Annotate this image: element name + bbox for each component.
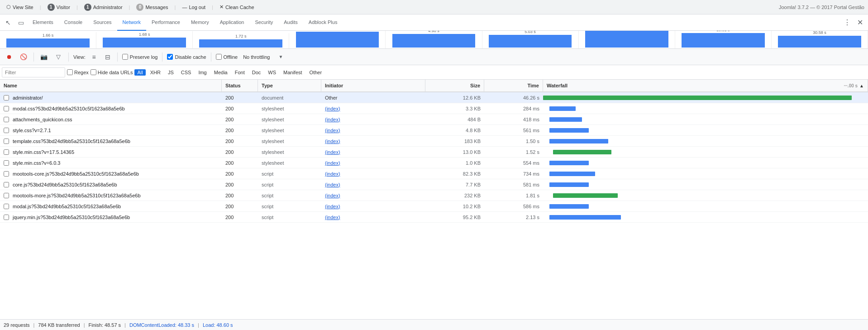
th-size[interactable]: Size — [425, 80, 484, 91]
th-time[interactable]: Time — [484, 80, 543, 91]
row-initiator-4[interactable]: (index) — [321, 136, 425, 146]
tab-application[interactable]: Application — [215, 14, 250, 31]
row-checkbox-11[interactable] — [4, 215, 9, 220]
table-row[interactable]: style.min.css?v=17.5.14365200stylesheet(… — [0, 147, 868, 158]
table-row[interactable]: modal.js?53bd24d9bb5a25310c5f1623a68a5e6… — [0, 201, 868, 212]
row-initiator-11[interactable]: (index) — [321, 212, 425, 222]
messages-button[interactable]: 0 Messages — [134, 3, 171, 12]
row-checkbox-7[interactable] — [4, 171, 9, 177]
row-initiator-7[interactable]: (index) — [321, 168, 425, 179]
devtools-more-button[interactable]: ⋮ — [841, 16, 854, 29]
clean-cache-button[interactable]: ✕ Clean Cache — [217, 3, 257, 11]
tab-security[interactable]: Security — [249, 14, 278, 31]
filter-type-font[interactable]: Font — [232, 69, 248, 76]
logout-button[interactable]: — Log out — [179, 4, 208, 11]
tab-elements[interactable]: Elements — [27, 14, 59, 31]
tab-performance[interactable]: Performance — [146, 14, 186, 31]
status-load[interactable]: Load: 48.60 s — [203, 322, 233, 328]
row-checkbox-9[interactable] — [4, 193, 9, 198]
row-initiator-5[interactable]: (index) — [321, 147, 425, 157]
row-checkbox-6[interactable] — [4, 160, 9, 166]
timeline-item-7[interactable]: 18.31 s — [675, 31, 772, 48]
preserve-log-label[interactable]: Preserve log — [122, 54, 158, 60]
row-checkbox-5[interactable] — [4, 149, 9, 155]
filter-type-js[interactable]: JS — [165, 69, 176, 76]
filter-type-manifest[interactable]: Manifest — [281, 69, 305, 76]
devtools-close-button[interactable]: ✕ — [854, 16, 866, 29]
row-initiator-8[interactable]: (index) — [321, 179, 425, 190]
th-name[interactable]: Name — [0, 80, 222, 91]
th-initiator[interactable]: Initiator — [321, 80, 425, 91]
filter-type-media[interactable]: Media — [211, 69, 230, 76]
row-checkbox-4[interactable] — [4, 139, 9, 144]
timeline-item-4[interactable]: 4.98 s — [386, 31, 482, 48]
view-site-button[interactable]: ⬡ View Site — [4, 3, 36, 11]
hide-data-urls-checkbox[interactable] — [91, 69, 96, 75]
row-checkbox-8[interactable] — [4, 182, 9, 187]
row-checkbox-3[interactable] — [4, 128, 9, 133]
filter-type-doc[interactable]: Doc — [249, 69, 264, 76]
row-initiator-3[interactable]: (index) — [321, 125, 425, 135]
row-initiator-1[interactable]: (index) — [321, 103, 425, 114]
th-waterfall[interactable]: Waterfall ···.00 s ▲ — [543, 80, 868, 91]
view-large-button[interactable]: ⊟ — [103, 52, 113, 62]
row-initiator-6[interactable]: (index) — [321, 158, 425, 168]
row-initiator-9[interactable]: (index) — [321, 190, 425, 201]
table-row[interactable]: jquery.min.js?53bd24d9bb5a25310c5f1623a6… — [0, 212, 868, 223]
regex-checkbox[interactable] — [67, 69, 73, 75]
timeline-item-6[interactable]: 10.65 s — [579, 31, 675, 48]
th-type[interactable]: Type — [258, 80, 321, 91]
timeline-item-3[interactable]: 4.95 s — [289, 31, 386, 48]
offline-checkbox[interactable] — [216, 54, 222, 60]
table-row[interactable]: modal.css?53bd24d9bb5a25310c5f1623a68a5e… — [0, 103, 868, 114]
regex-label[interactable]: Regex — [67, 69, 89, 75]
filter-type-all[interactable]: All — [134, 69, 145, 76]
devtools-cursor-icon[interactable]: ↖ — [2, 16, 14, 29]
timeline-item-5[interactable]: 5.03 s — [482, 31, 579, 48]
timeline-item-8[interactable]: 30.58 s — [772, 31, 868, 48]
disable-cache-checkbox[interactable] — [167, 54, 173, 60]
tab-audits[interactable]: Audits — [278, 14, 303, 31]
filter-button[interactable]: ▽ — [53, 52, 64, 62]
record-button[interactable]: ⏺ — [4, 52, 14, 62]
timeline-item-2[interactable]: 1.72 s — [193, 33, 289, 48]
table-row[interactable]: core.js?53bd24d9bb5a25310c5f1623a68a5e6b… — [0, 179, 868, 190]
table-row[interactable]: template.css?53bd24d9bb5a25310c5f1623a68… — [0, 136, 868, 147]
visitor-button[interactable]: 1 Visitor — [45, 3, 73, 12]
table-row[interactable]: style.css?v=2.7.1200stylesheet(index)4.8… — [0, 125, 868, 136]
filter-type-xhr[interactable]: XHR — [148, 69, 163, 76]
tab-adblock[interactable]: Adblock Plus — [303, 14, 343, 31]
preserve-log-checkbox[interactable] — [122, 54, 128, 60]
offline-label[interactable]: Offline — [216, 54, 238, 60]
row-initiator-10[interactable]: (index) — [321, 201, 425, 211]
view-list-button[interactable]: ≡ — [89, 52, 99, 62]
tab-console[interactable]: Console — [59, 14, 88, 31]
th-status[interactable]: Status — [222, 80, 258, 91]
table-container[interactable]: administrator/200documentOther12.6 KB46.… — [0, 92, 868, 330]
filter-type-ws[interactable]: WS — [265, 69, 279, 76]
table-row[interactable]: mootools-more.js?53bd24d9bb5a25310c5f162… — [0, 190, 868, 201]
capture-screenshots-button[interactable]: 📷 — [38, 52, 49, 62]
row-checkbox-1[interactable] — [4, 106, 9, 111]
row-initiator-2[interactable]: (index) — [321, 114, 425, 124]
tab-memory[interactable]: Memory — [186, 14, 215, 31]
admin-button[interactable]: 1 Administrator — [81, 3, 125, 12]
table-row[interactable]: attachments_quickicon.css200stylesheet(i… — [0, 114, 868, 125]
filter-type-other[interactable]: Other — [307, 69, 325, 76]
throttle-dropdown-icon[interactable]: ▼ — [275, 52, 286, 62]
hide-data-urls-label[interactable]: Hide data URLs — [91, 69, 133, 75]
tab-sources[interactable]: Sources — [88, 14, 117, 31]
disable-cache-label[interactable]: Disable cache — [167, 54, 206, 60]
filter-type-css[interactable]: CSS — [178, 69, 194, 76]
filter-input[interactable] — [2, 67, 65, 77]
status-dom-content-loaded[interactable]: DOMContentLoaded: 48.33 s — [129, 322, 194, 328]
timeline-item-1[interactable]: 1.68 s — [96, 31, 193, 48]
row-checkbox-2[interactable] — [4, 117, 9, 122]
timeline-item-0[interactable]: 1.66 s — [0, 32, 96, 48]
table-row[interactable]: administrator/200documentOther12.6 KB46.… — [0, 92, 868, 103]
table-row[interactable]: mootools-core.js?53bd24d9bb5a25310c5f162… — [0, 168, 868, 179]
devtools-mobile-icon[interactable]: ▭ — [14, 16, 27, 29]
table-row[interactable]: style.min.css?v=6.0.3200stylesheet(index… — [0, 158, 868, 168]
tab-network[interactable]: Network — [117, 14, 146, 31]
filter-type-img[interactable]: Img — [196, 69, 209, 76]
